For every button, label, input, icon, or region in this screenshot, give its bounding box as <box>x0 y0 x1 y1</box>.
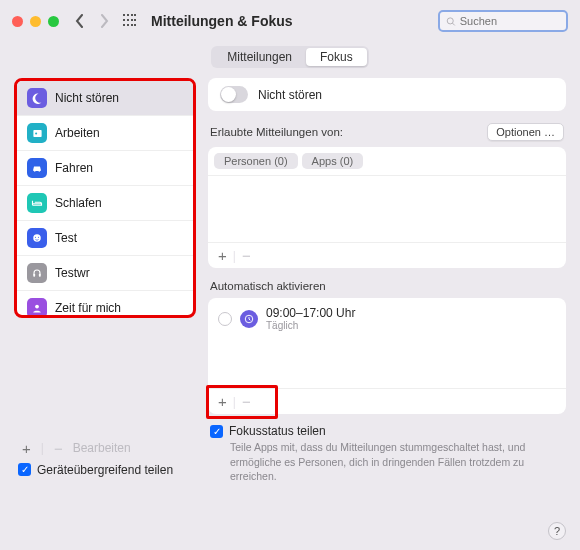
share-status-title: Fokusstatus teilen <box>229 424 326 438</box>
share-across-devices[interactable]: ✓ Geräteübergreifend teilen <box>14 457 196 483</box>
maximize-button[interactable] <box>48 16 59 27</box>
edit-button[interactable]: Bearbeiten <box>73 441 131 455</box>
search-icon <box>446 16 456 27</box>
svg-point-4 <box>39 170 41 172</box>
dnd-toggle-label: Nicht stören <box>258 88 322 102</box>
back-icon[interactable] <box>75 14 85 28</box>
sidebar-item-label: Schlafen <box>55 196 102 210</box>
help-button[interactable]: ? <box>548 522 566 540</box>
apps-grid-icon[interactable] <box>123 14 137 28</box>
sidebar-item-label: Nicht stören <box>55 91 119 105</box>
segmented-control[interactable]: Mitteilungen Fokus <box>211 46 368 68</box>
svg-point-7 <box>38 237 39 238</box>
allowed-section-header: Erlaubte Mitteilungen von: Optionen … <box>208 117 566 141</box>
svg-point-3 <box>34 170 36 172</box>
svg-point-6 <box>35 237 36 238</box>
moon-icon <box>27 88 47 108</box>
window-controls <box>12 16 59 27</box>
focus-sidebar: Nicht stören Arbeiten Fahren Schlafen Te… <box>14 78 196 318</box>
add-schedule-button[interactable]: + <box>214 393 231 410</box>
allowed-footer: + | − <box>208 242 566 268</box>
svg-point-2 <box>35 132 37 134</box>
add-allowed-button[interactable]: + <box>214 247 231 264</box>
allowed-pills: Personen (0) Apps (0) <box>208 147 566 176</box>
people-pill[interactable]: Personen (0) <box>214 153 298 169</box>
sidebar-item-dnd[interactable]: Nicht stören <box>17 81 193 116</box>
tab-focus[interactable]: Fokus <box>306 48 367 66</box>
auto-section-header: Automatisch aktivieren <box>208 274 566 292</box>
dnd-switch[interactable] <box>220 86 248 103</box>
sidebar-item-label: Arbeiten <box>55 126 100 140</box>
remove-focus-button[interactable]: − <box>50 440 67 457</box>
schedule-card: 09:00–17:00 Uhr Täglich + | − <box>208 298 566 414</box>
share-status-sub: Teile Apps mit, dass du Mitteilungen stu… <box>210 438 564 483</box>
svg-point-5 <box>33 234 41 242</box>
person-icon <box>27 298 47 318</box>
nav-arrows <box>75 14 109 28</box>
add-focus-button[interactable]: + <box>18 440 35 457</box>
remove-schedule-button[interactable]: − <box>238 393 255 410</box>
schedule-repeat: Täglich <box>266 320 355 332</box>
options-button[interactable]: Optionen … <box>487 123 564 141</box>
clock-icon <box>240 310 258 328</box>
sidebar-item-test[interactable]: Test <box>17 221 193 256</box>
schedule-text: 09:00–17:00 Uhr Täglich <box>266 306 355 332</box>
sidebar-item-driving[interactable]: Fahren <box>17 151 193 186</box>
headphones-icon <box>27 263 47 283</box>
sidebar-item-label: Testwr <box>55 266 90 280</box>
face-icon <box>27 228 47 248</box>
focus-toggle-row: Nicht stören <box>208 78 566 111</box>
sidebar-item-work[interactable]: Arbeiten <box>17 116 193 151</box>
bed-icon <box>27 193 47 213</box>
allowed-list <box>208 176 566 242</box>
sidebar-item-personal[interactable]: Zeit für mich <box>17 291 193 318</box>
titlebar: Mitteilungen & Fokus <box>0 0 580 42</box>
window-title: Mitteilungen & Fokus <box>151 13 293 29</box>
allowed-card: Personen (0) Apps (0) + | − <box>208 147 566 268</box>
allowed-title: Erlaubte Mitteilungen von: <box>210 126 343 138</box>
id-icon <box>27 123 47 143</box>
sidebar-item-label: Test <box>55 231 77 245</box>
apps-pill[interactable]: Apps (0) <box>302 153 364 169</box>
schedule-item[interactable]: 09:00–17:00 Uhr Täglich <box>208 298 566 340</box>
sidebar-footer: + | − Bearbeiten <box>14 434 196 457</box>
sidebar-item-label: Fahren <box>55 161 93 175</box>
minimize-button[interactable] <box>30 16 41 27</box>
svg-rect-9 <box>39 274 41 277</box>
schedule-time: 09:00–17:00 Uhr <box>266 306 355 320</box>
checkbox-checked-icon[interactable]: ✓ <box>18 463 31 476</box>
auto-title: Automatisch aktivieren <box>210 280 326 292</box>
svg-rect-8 <box>33 274 35 277</box>
checkbox-checked-icon[interactable]: ✓ <box>210 425 223 438</box>
share-across-label: Geräteübergreifend teilen <box>37 463 173 477</box>
search-input[interactable] <box>438 10 568 32</box>
sidebar-item-label: Zeit für mich <box>55 301 121 315</box>
remove-allowed-button[interactable]: − <box>238 247 255 264</box>
tab-notifications[interactable]: Mitteilungen <box>213 48 306 66</box>
schedule-body <box>208 340 566 388</box>
svg-rect-1 <box>33 130 41 137</box>
car-icon <box>27 158 47 178</box>
share-status-block: ✓ Fokusstatus teilen Teile Apps mit, das… <box>208 420 566 483</box>
share-status-row[interactable]: ✓ Fokusstatus teilen <box>210 424 564 438</box>
tab-row: Mitteilungen Fokus <box>0 42 580 78</box>
close-button[interactable] <box>12 16 23 27</box>
sidebar-item-testwr[interactable]: Testwr <box>17 256 193 291</box>
search-field[interactable] <box>460 15 560 27</box>
schedule-footer: + | − <box>208 388 566 414</box>
sidebar-item-sleep[interactable]: Schlafen <box>17 186 193 221</box>
forward-icon[interactable] <box>99 14 109 28</box>
svg-point-10 <box>35 305 39 309</box>
schedule-radio[interactable] <box>218 312 232 326</box>
